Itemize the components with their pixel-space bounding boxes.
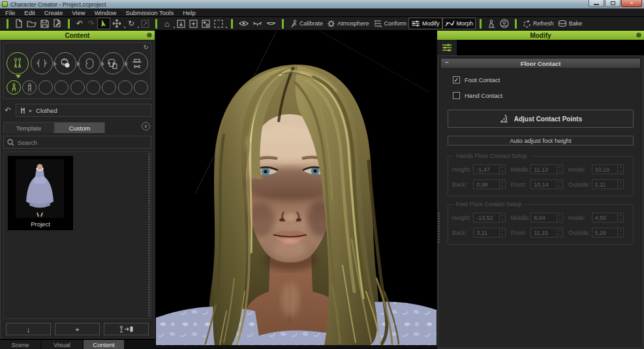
category-character[interactable] xyxy=(7,52,29,74)
category-clothes[interactable] xyxy=(102,52,124,74)
panel-scrollbar[interactable] xyxy=(438,213,440,244)
spinner[interactable]: ▲▼ xyxy=(499,228,505,237)
spinner[interactable]: ▲▼ xyxy=(617,180,623,189)
list-scrollbar[interactable] xyxy=(148,153,150,317)
frame-fit-button[interactable] xyxy=(187,18,200,29)
menu-help[interactable]: Help xyxy=(183,9,196,16)
hands-inside-input[interactable]: 10,19▲▼ xyxy=(592,164,624,174)
hand-contact-checkbox[interactable] xyxy=(453,92,460,99)
bake-button[interactable]: Bake xyxy=(556,18,585,29)
hands-front-input[interactable]: 10,14▲▼ xyxy=(530,179,562,189)
feet-height-input[interactable]: -13,52▲▼ xyxy=(473,213,505,222)
subcategory-empty[interactable] xyxy=(54,80,69,95)
menu-view[interactable]: View xyxy=(72,9,85,16)
download-button[interactable]: ↓ xyxy=(6,323,51,335)
category-face[interactable] xyxy=(78,52,100,74)
select-tool-button[interactable] xyxy=(97,18,110,29)
tab-scene[interactable]: Scene xyxy=(0,340,40,349)
frame-character-button[interactable] xyxy=(175,18,187,29)
collapse-library-icon[interactable]: ∨ xyxy=(142,122,150,130)
home-camera-button[interactable]: ⌂ xyxy=(161,18,173,29)
subcategory-empty[interactable] xyxy=(86,80,100,95)
minimize-button[interactable] xyxy=(589,0,604,7)
modify-button[interactable]: Modify xyxy=(408,18,442,29)
hands-height-input[interactable]: -1,47▲▼ xyxy=(473,164,505,174)
search-box[interactable] xyxy=(3,136,151,149)
subcategory-empty[interactable] xyxy=(70,80,85,95)
refresh-button[interactable]: Refresh xyxy=(521,18,556,29)
collapse-section-icon[interactable]: − xyxy=(445,59,449,66)
refresh-categories-icon[interactable]: ↻ xyxy=(144,44,149,51)
tab-visual[interactable]: Visual xyxy=(42,340,82,349)
calibrate-button[interactable]: Calibrate xyxy=(288,18,325,29)
category-morph[interactable] xyxy=(31,52,53,74)
hands-back-input[interactable]: 0,98▲▼ xyxy=(473,179,505,189)
spinner[interactable]: ▲▼ xyxy=(617,213,623,222)
subcategory-female[interactable] xyxy=(7,80,21,95)
rotate-tool-button[interactable]: ↻ xyxy=(125,18,137,29)
frame-selected-button[interactable] xyxy=(200,18,212,29)
spinner[interactable]: ▲▼ xyxy=(557,213,562,222)
modify-sliders-tab[interactable] xyxy=(437,40,457,55)
maximize-button[interactable] xyxy=(605,0,621,7)
subcategory-empty[interactable] xyxy=(38,80,53,95)
spinner[interactable]: ▲▼ xyxy=(557,180,562,189)
menu-create[interactable]: Create xyxy=(44,9,63,16)
spinner[interactable]: ▲▼ xyxy=(557,165,562,174)
category-accessories[interactable] xyxy=(126,52,148,74)
content-panel-header[interactable]: Content ⊗ xyxy=(0,31,155,40)
feet-inside-input[interactable]: 4,50▲▼ xyxy=(592,213,624,222)
close-button[interactable]: × xyxy=(621,0,642,7)
eyelash-upper-button[interactable] xyxy=(251,18,264,29)
hands-middle-input[interactable]: 11,13▲▼ xyxy=(530,164,562,174)
pose-button[interactable] xyxy=(485,18,498,29)
tab-template[interactable]: Template xyxy=(3,122,54,133)
modify-panel-close-icon[interactable]: ⊗ xyxy=(636,31,641,38)
frame-region-button[interactable] xyxy=(212,18,225,29)
scale-tool-button[interactable] xyxy=(139,18,151,29)
tab-content[interactable]: Content xyxy=(84,340,124,349)
tab-custom[interactable]: Custom xyxy=(54,122,105,133)
menu-file[interactable]: File xyxy=(5,9,15,16)
breadcrumb[interactable]: ▸ Clothed xyxy=(16,104,151,117)
menu-edit[interactable]: Edit xyxy=(24,9,35,16)
feet-outside-input[interactable]: 5,26▲▼ xyxy=(592,228,624,237)
spinner[interactable]: ▲▼ xyxy=(557,228,562,237)
feet-front-input[interactable]: 11,15▲▼ xyxy=(530,228,562,237)
titlebar[interactable]: Character Creator - Project.ccproject × xyxy=(0,0,644,8)
auto-adjust-foot-height-button[interactable]: Auto adjust foot height xyxy=(448,136,634,145)
category-skin[interactable] xyxy=(54,52,76,74)
viewport-3d[interactable] xyxy=(156,31,437,349)
content-panel-close-icon[interactable]: ⊗ xyxy=(147,31,152,38)
feet-middle-input[interactable]: 8,04▲▼ xyxy=(530,213,562,222)
list-item[interactable]: Project xyxy=(8,156,73,230)
atmosphere-button[interactable]: Atmosphere xyxy=(325,18,371,29)
spinner[interactable]: ▲▼ xyxy=(499,180,505,189)
spinner[interactable]: ▲▼ xyxy=(499,213,505,222)
modify-panel-header[interactable]: Modify ⊗ xyxy=(437,31,644,40)
spinner[interactable]: ▲▼ xyxy=(499,165,505,174)
save-as-button[interactable] xyxy=(51,18,64,29)
search-input[interactable] xyxy=(18,139,147,146)
morph-button[interactable]: Morph xyxy=(442,18,476,29)
subcategory-empty[interactable] xyxy=(102,80,116,95)
show-eye-button[interactable] xyxy=(237,18,251,29)
redo-button[interactable]: ↷ xyxy=(85,18,97,29)
foot-contact-checkbox[interactable]: ✓ xyxy=(453,76,460,83)
save-button[interactable] xyxy=(38,18,51,29)
menu-window[interactable]: Window xyxy=(95,9,117,16)
menu-submission-tools[interactable]: Submission Tools xyxy=(125,9,174,16)
undo-button[interactable]: ↶ xyxy=(74,18,85,29)
asset-list[interactable]: Project xyxy=(3,151,151,319)
spinner[interactable]: ▲▼ xyxy=(617,165,623,174)
new-document-button[interactable] xyxy=(12,18,25,29)
subcategory-empty[interactable] xyxy=(118,80,132,95)
add-button[interactable]: + xyxy=(55,323,100,335)
floor-contact-section-header[interactable]: − Floor Contact xyxy=(441,59,640,68)
apply-to-character-button[interactable] xyxy=(104,323,149,335)
frame-region-dropdown[interactable] xyxy=(226,27,227,28)
back-icon[interactable]: ↶ xyxy=(3,106,12,115)
eyelash-lower-button[interactable] xyxy=(264,18,278,29)
conform-button[interactable]: Conform xyxy=(371,18,409,29)
spinner[interactable]: ▲▼ xyxy=(617,228,623,237)
